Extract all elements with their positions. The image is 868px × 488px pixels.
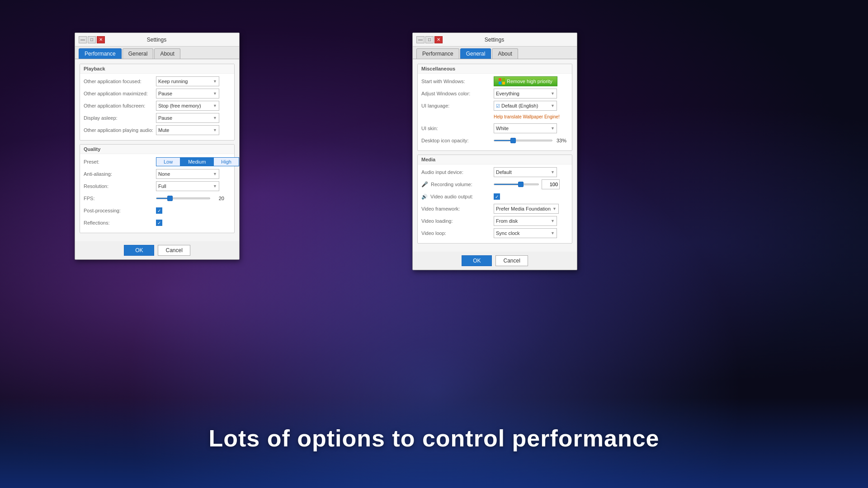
tab-about-left[interactable]: About <box>154 48 180 59</box>
playback-title: Playback <box>80 64 234 74</box>
row-video-loading: Video loading: From disk ▼ <box>421 216 568 226</box>
maximize-button-left[interactable]: □ <box>88 36 96 43</box>
chevron-down-icon: ▼ <box>213 172 217 176</box>
chevron-down-icon: ▼ <box>551 103 555 108</box>
dropdown-app-maximized[interactable]: Pause ▼ <box>156 89 219 99</box>
media-body: Audio input device: Default ▼ 🎤 Recordin… <box>418 164 572 243</box>
close-button-left[interactable]: ✕ <box>97 36 105 43</box>
dropdown-antialiasing-value: None <box>158 171 211 177</box>
icon-opacity-slider-thumb[interactable] <box>510 138 516 143</box>
close-button-right[interactable]: ✕ <box>434 36 443 43</box>
tab-performance-left[interactable]: Performance <box>79 48 122 59</box>
maximize-button-right[interactable]: □ <box>425 36 434 43</box>
chevron-down-icon: ▼ <box>213 184 217 188</box>
recording-volume-slider-thumb[interactable] <box>518 182 524 187</box>
miscellaneous-title: Miscellaneous <box>418 64 572 74</box>
postprocessing-checkbox[interactable]: ✓ <box>156 207 162 214</box>
label-resolution: Resolution: <box>84 183 156 189</box>
ok-button-left[interactable]: OK <box>124 245 154 256</box>
miscellaneous-body: Start with Windows: Remove high priority… <box>418 74 572 150</box>
chevron-down-icon: ▼ <box>213 91 217 96</box>
dropdown-video-loading[interactable]: From disk ▼ <box>494 216 557 226</box>
icon-opacity-slider-track[interactable] <box>494 140 552 141</box>
row-app-fullscreen: Other application fullscreen: Stop (free… <box>84 101 231 111</box>
row-icon-opacity: Desktop icon opacity: 33% <box>421 136 568 145</box>
preset-medium-button[interactable]: Medium <box>180 157 213 166</box>
tab-about-right[interactable]: About <box>492 48 518 59</box>
minimize-button-left[interactable]: — <box>79 36 87 43</box>
miscellaneous-section: Miscellaneous Start with Windows: Remove… <box>417 64 572 151</box>
row-display-asleep: Display asleep: Pause ▼ <box>84 113 231 123</box>
label-video-loop: Video loop: <box>421 230 494 236</box>
dropdown-resolution[interactable]: Full ▼ <box>156 181 219 191</box>
speaker-icon: 🔊 <box>421 194 428 199</box>
label-app-maximized: Other application maximized: <box>84 91 156 96</box>
dropdown-display-asleep-value: Pause <box>158 115 211 121</box>
dropdown-audio-input-value: Default <box>496 169 549 175</box>
reflections-checkbox[interactable]: ✓ <box>156 220 162 226</box>
row-reflections: Reflections: ✓ <box>84 218 231 228</box>
preset-high-button[interactable]: High <box>213 157 239 166</box>
chevron-down-icon: ▼ <box>551 170 555 174</box>
cancel-button-right[interactable]: Cancel <box>495 255 528 266</box>
cancel-button-left[interactable]: Cancel <box>158 245 190 256</box>
dropdown-ui-language[interactable]: ☑ Default (English) ▼ <box>494 101 557 111</box>
dropdown-ui-skin[interactable]: White ▼ <box>494 123 557 133</box>
label-ui-language: UI language: <box>421 103 494 108</box>
titlebar-controls-right: — □ ✕ <box>416 36 443 43</box>
minimize-button-right[interactable]: — <box>416 36 425 43</box>
dropdown-video-loop[interactable]: Sync clock ▼ <box>494 228 557 238</box>
windows-icon <box>499 78 505 84</box>
dropdown-app-fullscreen[interactable]: Stop (free memory) ▼ <box>156 101 219 111</box>
settings-dialog-right: — □ ✕ Settings Performance General About… <box>412 33 577 270</box>
start-windows-label: Remove high priority <box>507 79 552 84</box>
tab-general-left[interactable]: General <box>123 48 154 59</box>
dropdown-adjust-color[interactable]: Everything ▼ <box>494 89 557 99</box>
chevron-down-icon: ▼ <box>213 116 217 120</box>
label-antialiasing: Anti-aliasing: <box>84 171 156 177</box>
preset-low-button[interactable]: Low <box>156 157 180 166</box>
dropdown-app-focused[interactable]: Keep running ▼ <box>156 76 219 86</box>
label-app-focused: Other application focused: <box>84 79 156 84</box>
dropdown-audio-input[interactable]: Default ▼ <box>494 167 557 177</box>
label-display-asleep: Display asleep: <box>84 115 156 121</box>
quality-title: Quality <box>80 145 234 154</box>
dropdown-ui-language-value: Default (English) <box>501 103 549 108</box>
dropdown-video-loading-value: From disk <box>496 218 549 224</box>
chevron-down-icon: ▼ <box>551 219 555 223</box>
label-fps: FPS: <box>84 196 156 201</box>
svg-rect-0 <box>499 78 501 81</box>
titlebar-left: — □ ✕ Settings <box>75 33 239 47</box>
ok-button-right[interactable]: OK <box>462 255 492 266</box>
row-recording-volume: 🎤 Recording volume: <box>421 179 568 189</box>
row-start-windows: Start with Windows: Remove high priority <box>421 76 568 86</box>
dropdown-app-audio[interactable]: Mute ▼ <box>156 125 219 135</box>
svg-rect-1 <box>502 78 505 81</box>
tab-general-right[interactable]: General <box>460 48 491 59</box>
dropdown-antialiasing[interactable]: None ▼ <box>156 169 219 179</box>
bottom-text: Lots of options to control performance <box>0 425 868 452</box>
label-video-loading: Video loading: <box>421 218 494 224</box>
recording-volume-input[interactable] <box>542 179 560 189</box>
fps-slider-track[interactable] <box>156 197 210 199</box>
media-title: Media <box>418 155 572 164</box>
start-windows-button[interactable]: Remove high priority <box>494 76 557 86</box>
dropdown-app-focused-value: Keep running <box>158 79 211 84</box>
label-postprocessing: Post-processing: <box>84 208 156 213</box>
playback-section: Playback Other application focused: Keep… <box>80 64 235 141</box>
dropdown-display-asleep[interactable]: Pause ▼ <box>156 113 219 123</box>
titlebar-controls-left: — □ ✕ <box>79 36 105 43</box>
fps-slider-thumb[interactable] <box>167 196 173 201</box>
tab-performance-right[interactable]: Performance <box>416 48 459 59</box>
chevron-down-icon: ▼ <box>213 103 217 108</box>
chevron-down-icon: ▼ <box>213 128 217 132</box>
label-start-windows: Start with Windows: <box>421 79 494 84</box>
label-preset: Preset: <box>84 159 156 164</box>
row-video-framework: Video framework: Prefer Media Foundation… <box>421 204 568 214</box>
dropdown-ui-skin-value: White <box>496 126 549 131</box>
dropdown-video-framework[interactable]: Prefer Media Foundation ▼ <box>494 204 559 214</box>
svg-rect-3 <box>502 82 505 84</box>
video-audio-output-checkbox[interactable]: ✓ <box>494 193 500 200</box>
media-section: Media Audio input device: Default ▼ 🎤 Re… <box>417 155 572 244</box>
recording-volume-slider-track[interactable] <box>494 183 539 185</box>
